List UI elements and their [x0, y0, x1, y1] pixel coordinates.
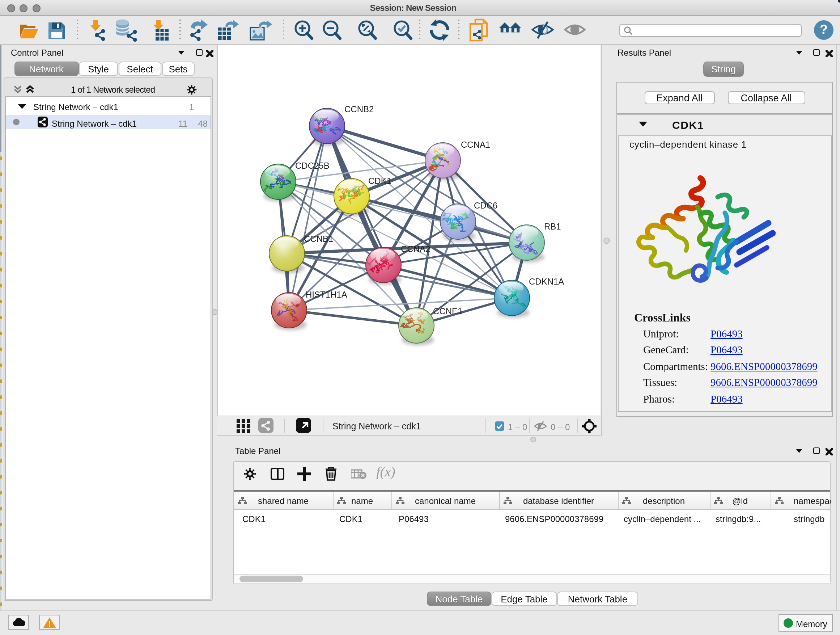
svg-text:CCNE1: CCNE1 — [433, 306, 462, 316]
svg-text:CCNA1: CCNA1 — [461, 140, 490, 149]
svg-text:CDC25B: CDC25B — [295, 161, 330, 171]
svg-text:CCNB1: CCNB1 — [304, 234, 333, 244]
svg-text:RB1: RB1 — [544, 222, 561, 231]
svg-text:HIST1H1A: HIST1H1A — [306, 290, 347, 299]
svg-text:CDK1: CDK1 — [368, 176, 392, 186]
svg-text:CCNB2: CCNB2 — [344, 104, 374, 114]
svg-text:CDC6: CDC6 — [474, 201, 497, 211]
svg-text:CDKN1A: CDKN1A — [529, 277, 564, 287]
svg-text:CCNA2: CCNA2 — [401, 244, 430, 254]
